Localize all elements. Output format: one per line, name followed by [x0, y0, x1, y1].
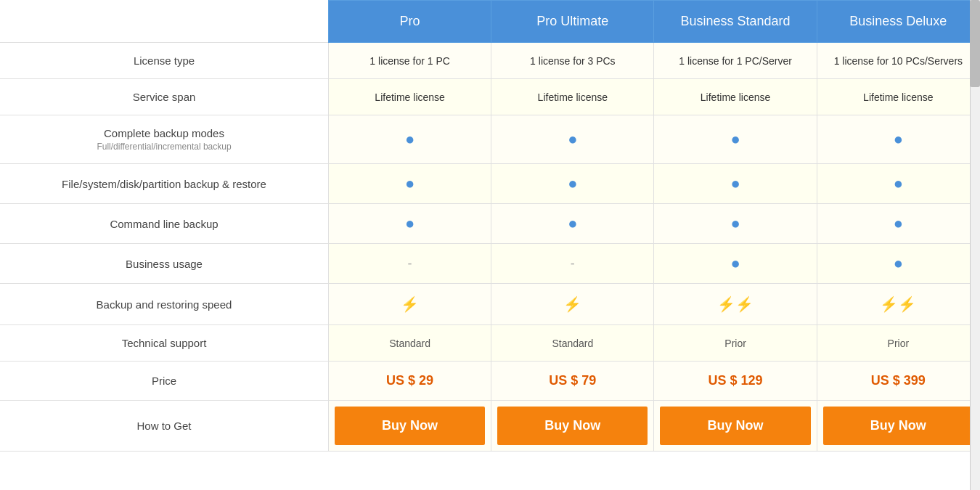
bolt-icon: ⚡⚡: [717, 296, 754, 312]
license-type-label: License type: [0, 43, 329, 79]
command-line-pro-ultimate: ●: [491, 204, 654, 244]
buy-now-business-standard-cell: Buy Now: [654, 401, 817, 452]
scrollbar[interactable]: [970, 0, 980, 452]
backup-speed-label: Backup and restoring speed: [0, 284, 329, 325]
command-line-business-deluxe: ●: [817, 204, 979, 244]
technical-support-label: Technical support: [0, 325, 329, 362]
backup-speed-business-deluxe: ⚡⚡: [817, 284, 979, 325]
buy-now-pro-cell: Buy Now: [329, 401, 491, 452]
service-span-business-standard: Lifetime license: [654, 79, 817, 115]
service-span-pro-ultimate: Lifetime license: [491, 79, 654, 115]
backup-modes-label: Complete backup modes Full/differential/…: [0, 115, 329, 164]
technical-support-business-deluxe: Prior: [817, 325, 979, 362]
business-usage-row: Business usage - - ● ●: [0, 244, 980, 284]
plan-header-business-standard: Business Standard: [654, 1, 817, 43]
check-dot-icon: ●: [568, 130, 577, 148]
file-system-row: File/system/disk/partition backup & rest…: [0, 164, 980, 204]
service-span-row: Service span Lifetime license Lifetime l…: [0, 79, 980, 115]
command-line-row: Command line backup ● ● ● ●: [0, 204, 980, 244]
backup-modes-pro-ultimate: ●: [491, 115, 654, 164]
check-dot-icon: ●: [405, 214, 415, 232]
backup-modes-row: Complete backup modes Full/differential/…: [0, 115, 980, 164]
command-line-business-standard: ●: [654, 204, 817, 244]
dash-icon: -: [571, 256, 575, 271]
license-type-business-standard: 1 license for 1 PC/Server: [654, 43, 817, 79]
business-usage-pro: -: [329, 244, 491, 284]
check-dot-icon: ●: [894, 130, 903, 148]
technical-support-pro-ultimate: Standard: [491, 325, 654, 362]
price-row: Price US $ 29 US $ 79 US $ 129 US $ 399: [0, 362, 980, 401]
technical-support-pro: Standard: [329, 325, 491, 362]
check-dot-icon: ●: [568, 214, 577, 232]
backup-modes-pro: ●: [329, 115, 491, 164]
scrollbar-thumb[interactable]: [970, 0, 980, 87]
check-dot-icon: ●: [894, 214, 903, 232]
backup-speed-pro-ultimate: ⚡: [491, 284, 654, 325]
check-dot-icon: ●: [568, 174, 577, 192]
file-system-business-standard: ●: [654, 164, 817, 204]
backup-modes-business-standard: ●: [654, 115, 817, 164]
price-label: Price: [0, 362, 329, 401]
check-dot-icon: ●: [894, 174, 903, 192]
price-pro: US $ 29: [329, 362, 491, 401]
dash-icon: -: [408, 256, 412, 271]
check-dot-icon: ●: [730, 130, 740, 148]
command-line-pro: ●: [329, 204, 491, 244]
plan-header-pro-ultimate: Pro Ultimate: [491, 1, 654, 43]
comparison-table: Pro Pro Ultimate Business Standard Busin…: [0, 0, 980, 452]
command-line-label: Command line backup: [0, 204, 329, 244]
file-system-label: File/system/disk/partition backup & rest…: [0, 164, 329, 204]
buy-now-business-standard-button[interactable]: Buy Now: [660, 407, 810, 445]
file-system-pro-ultimate: ●: [491, 164, 654, 204]
technical-support-business-standard: Prior: [654, 325, 817, 362]
service-span-pro: Lifetime license: [329, 79, 491, 115]
backup-speed-pro: ⚡: [329, 284, 491, 325]
file-system-pro: ●: [329, 164, 491, 204]
bolt-icon: ⚡: [563, 296, 581, 312]
check-dot-icon: ●: [730, 254, 740, 272]
bolt-icon: ⚡⚡: [880, 296, 916, 312]
check-dot-icon: ●: [894, 254, 903, 272]
price-business-deluxe: US $ 399: [817, 362, 979, 401]
buy-now-pro-ultimate-button[interactable]: Buy Now: [497, 407, 648, 445]
backup-speed-business-standard: ⚡⚡: [654, 284, 817, 325]
license-type-business-deluxe: 1 license for 10 PCs/Servers: [817, 43, 979, 79]
check-dot-icon: ●: [405, 174, 415, 192]
how-to-get-row: How to Get Buy Now Buy Now Buy Now Buy N…: [0, 401, 980, 452]
business-usage-label: Business usage: [0, 244, 329, 284]
buy-now-pro-button[interactable]: Buy Now: [335, 407, 485, 445]
buy-now-business-deluxe-cell: Buy Now: [817, 401, 979, 452]
plan-header-business-deluxe: Business Deluxe: [817, 1, 979, 43]
buy-now-pro-ultimate-cell: Buy Now: [491, 401, 654, 452]
service-span-label: Service span: [0, 79, 329, 115]
price-pro-ultimate: US $ 79: [491, 362, 654, 401]
feature-column-header: [0, 1, 329, 43]
plan-header-pro: Pro: [329, 1, 491, 43]
check-dot-icon: ●: [730, 214, 740, 232]
comparison-table-wrapper: Pro Pro Ultimate Business Standard Busin…: [0, 0, 980, 452]
license-type-row: License type 1 license for 1 PC 1 licens…: [0, 43, 980, 79]
backup-modes-sublabel: Full/differential/incremental backup: [9, 142, 319, 152]
license-type-pro: 1 license for 1 PC: [329, 43, 491, 79]
check-dot-icon: ●: [405, 130, 415, 148]
file-system-business-deluxe: ●: [817, 164, 979, 204]
how-to-get-label: How to Get: [0, 401, 329, 452]
technical-support-row: Technical support Standard Standard Prio…: [0, 325, 980, 362]
buy-now-business-deluxe-button[interactable]: Buy Now: [823, 407, 973, 445]
check-dot-icon: ●: [730, 174, 740, 192]
business-usage-pro-ultimate: -: [491, 244, 654, 284]
price-business-standard: US $ 129: [654, 362, 817, 401]
business-usage-business-deluxe: ●: [817, 244, 979, 284]
backup-modes-business-deluxe: ●: [817, 115, 979, 164]
business-usage-business-standard: ●: [654, 244, 817, 284]
service-span-business-deluxe: Lifetime license: [817, 79, 979, 115]
license-type-pro-ultimate: 1 license for 3 PCs: [491, 43, 654, 79]
bolt-icon: ⚡: [401, 296, 419, 312]
backup-speed-row: Backup and restoring speed ⚡ ⚡ ⚡⚡ ⚡⚡: [0, 284, 980, 325]
